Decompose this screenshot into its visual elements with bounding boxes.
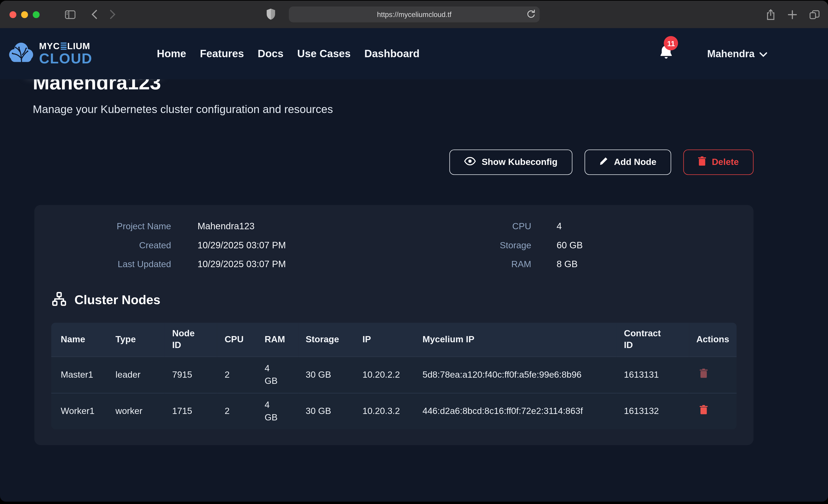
cell-contract-id: 1613132 — [617, 393, 689, 429]
col-header-node-id: Node ID — [165, 323, 217, 356]
mycelium-cloud-icon — [7, 41, 35, 67]
info-label: RAM — [466, 259, 531, 270]
brand-logo[interactable]: MYCLIUM CLOUD — [7, 41, 92, 67]
col-header-cpu: CPU — [217, 323, 257, 356]
delete-node-button[interactable] — [696, 368, 707, 379]
nav-link-use-cases[interactable]: Use Cases — [297, 48, 351, 60]
cluster-nodes-icon — [51, 291, 67, 309]
user-menu[interactable]: Mahendra — [707, 48, 767, 60]
cell-ram: 4 GB — [257, 393, 298, 429]
cell-actions — [689, 393, 737, 429]
pencil-icon — [599, 157, 608, 168]
col-header-type: Type — [108, 323, 165, 356]
cell-cpu: 2 — [217, 356, 257, 393]
col-header-mycelium-ip: Mycelium IP — [415, 323, 617, 356]
site-navbar: MYCLIUM CLOUD Home Features Docs Use Cas… — [0, 28, 828, 79]
zoom-window-button[interactable] — [33, 11, 40, 18]
col-header-name: Name — [51, 323, 108, 356]
table-row: Master1 leader 7915 2 4 GB 30 GB 10.20.2… — [51, 356, 737, 393]
info-label: Created — [51, 240, 171, 251]
col-header-storage: Storage — [298, 323, 355, 356]
chevron-down-icon — [759, 48, 767, 60]
brand-text: MYCLIUM CLOUD — [39, 42, 92, 66]
cell-type: worker — [108, 393, 165, 429]
cell-storage: 30 GB — [298, 356, 355, 393]
notification-bell[interactable]: 11 — [659, 45, 673, 62]
col-header-actions: Actions — [689, 323, 737, 356]
add-node-button[interactable]: Add Node — [584, 150, 671, 175]
cell-actions — [689, 356, 737, 393]
reload-button[interactable] — [527, 9, 535, 18]
info-value: 4 — [556, 221, 583, 232]
cell-mycelium-ip: 5d8:78ea:a120:f40c:ff0f:a5fe:99e6:8b96 — [415, 356, 617, 393]
cell-contract-id: 1613131 — [617, 356, 689, 393]
info-label: Project Name — [51, 221, 171, 232]
col-header-ip: IP — [355, 323, 415, 356]
info-label: CPU — [466, 221, 531, 232]
nav-links: Home Features Docs Use Cases Dashboard — [157, 48, 419, 60]
share-button[interactable] — [766, 9, 775, 20]
delete-node-button[interactable] — [696, 405, 707, 416]
nav-link-dashboard[interactable]: Dashboard — [365, 48, 420, 60]
nav-link-home[interactable]: Home — [157, 48, 186, 60]
cell-mycelium-ip: 446:d2a6:8bcd:8c16:ff0f:72e2:3114:863f — [415, 393, 617, 429]
info-value: 10/29/2025 03:07 PM — [197, 240, 357, 251]
cell-node-id: 1715 — [165, 393, 217, 429]
cluster-nodes-heading: Cluster Nodes — [75, 293, 160, 307]
tab-overview-button[interactable] — [810, 10, 820, 19]
url-text: https://myceliumcloud.tf — [377, 10, 452, 18]
notification-badge: 11 — [664, 36, 678, 50]
cell-name: Worker1 — [51, 393, 108, 429]
table-row: Worker1 worker 1715 2 4 GB 30 GB 10.20.3… — [51, 393, 737, 429]
cell-ip: 10.20.3.2 — [355, 393, 415, 429]
info-label: Last Updated — [51, 259, 171, 270]
new-tab-button[interactable] — [788, 10, 797, 19]
info-value: 10/29/2025 03:07 PM — [197, 259, 357, 270]
cluster-actions: Show Kubeconfig Add Node Delete — [34, 150, 753, 175]
col-header-contract-id: Contract ID — [617, 323, 689, 356]
forward-button[interactable] — [110, 10, 116, 19]
delete-cluster-button[interactable]: Delete — [683, 150, 753, 175]
cell-type: leader — [108, 356, 165, 393]
cluster-details-card: Project Name Mahendra123 Created 10/29/2… — [34, 205, 753, 445]
table-header-row: Name Type Node ID CPU RAM Storage IP Myc… — [51, 323, 737, 356]
page-subtitle: Manage your Kubernetes cluster configura… — [33, 103, 828, 116]
cluster-nodes-table: Name Type Node ID CPU RAM Storage IP Myc… — [51, 323, 737, 429]
info-label: Storage — [466, 240, 531, 251]
info-value: 8 GB — [556, 259, 583, 270]
user-name: Mahendra — [707, 48, 754, 60]
traffic-lights — [9, 11, 40, 18]
nav-link-docs[interactable]: Docs — [258, 48, 283, 60]
page-content: Mahendra123 Manage your Kubernetes clust… — [0, 71, 828, 445]
cluster-info-left: Project Name Mahendra123 Created 10/29/2… — [51, 221, 358, 270]
browser-titlebar: https://myceliumcloud.tf — [0, 1, 828, 28]
trash-icon — [698, 156, 706, 168]
close-window-button[interactable] — [9, 11, 16, 18]
url-field[interactable]: https://myceliumcloud.tf — [289, 6, 540, 22]
sidebar-toggle-button[interactable] — [65, 10, 76, 19]
browser-window: https://myceliumcloud.tf — [0, 1, 828, 502]
cluster-info-right: CPU 4 Storage 60 GB RAM 8 GB — [466, 221, 583, 270]
cell-storage: 30 GB — [298, 393, 355, 429]
info-value: Mahendra123 — [197, 221, 357, 232]
info-value: 60 GB — [556, 240, 583, 251]
cell-node-id: 7915 — [165, 356, 217, 393]
cell-ram: 4 GB — [257, 356, 298, 393]
back-button[interactable] — [91, 10, 97, 19]
bell-icon — [659, 53, 673, 62]
cell-cpu: 2 — [217, 393, 257, 429]
nav-link-features[interactable]: Features — [200, 48, 244, 60]
show-kubeconfig-button[interactable]: Show Kubeconfig — [450, 150, 572, 175]
cell-name: Master1 — [51, 356, 108, 393]
col-header-ram: RAM — [257, 323, 298, 356]
eye-icon — [464, 157, 476, 168]
cell-ip: 10.20.2.2 — [355, 356, 415, 393]
privacy-shield-icon[interactable] — [266, 8, 275, 19]
logo-e-bars-icon — [61, 42, 67, 50]
minimize-window-button[interactable] — [21, 11, 28, 18]
